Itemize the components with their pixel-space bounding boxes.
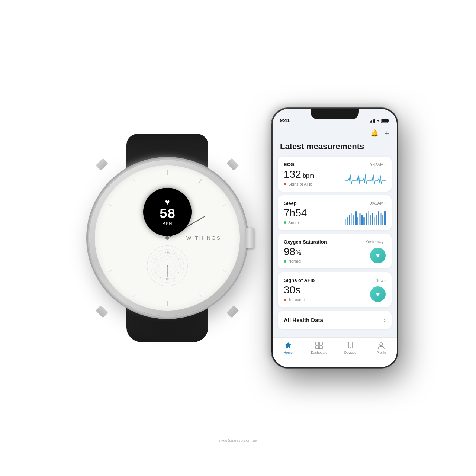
ecg-card[interactable]: ECG 9:42AM › 132 bpm (278, 157, 392, 192)
afib-card-header: Signs of AFib Now › (284, 277, 386, 283)
ecg-chart (345, 170, 386, 186)
oxygen-card[interactable]: Oxygen Saturation Yesterday › 98% (278, 234, 392, 269)
svg-line-29 (155, 258, 156, 259)
afib-circle: ♥ (370, 286, 386, 302)
nav-dashboard[interactable]: Dashboard (308, 341, 330, 354)
svg-line-20 (174, 253, 174, 255)
sleep-bar-18 (382, 215, 384, 225)
nav-devices[interactable]: Devices (339, 341, 361, 354)
svg-point-32 (167, 265, 168, 267)
nav-dashboard-label: Dashboard (311, 351, 327, 354)
sleep-value: 7h54 (284, 208, 345, 219)
signal-bar-1 (370, 121, 371, 123)
svg-line-7 (134, 294, 135, 297)
watch-dial: ♥ 58 BPM WITHINGS (95, 165, 240, 311)
svg-rect-37 (388, 120, 389, 122)
sleep-card-body: 7h54 Score (284, 208, 386, 225)
afib-status: 1st event (284, 298, 370, 302)
nav-profile-label: Profile (376, 351, 386, 354)
sleep-bar-8 (361, 215, 363, 225)
sleep-bar-4 (353, 215, 354, 225)
plus-icon[interactable]: + (385, 128, 389, 138)
svg-line-27 (155, 272, 156, 273)
oxygen-status: Normal (284, 259, 370, 263)
svg-line-30 (160, 253, 161, 255)
sleep-chart (345, 208, 386, 225)
svg-line-5 (200, 294, 202, 297)
sleep-bar-9 (363, 217, 365, 225)
svg-line-11 (134, 179, 135, 183)
oxygen-card-time: Yesterday › (366, 239, 386, 244)
nav-profile[interactable]: Profile (370, 341, 392, 354)
ecg-status: Signs of AFib (284, 182, 345, 186)
oxygen-card-left: 98% Normal (284, 246, 370, 264)
sleep-bar-10 (366, 213, 367, 225)
oxygen-circle: ♥ (370, 248, 386, 263)
sub-dial-inner: 100 50 (151, 249, 184, 283)
sleep-bar-0 (345, 219, 346, 225)
svg-line-8 (109, 270, 112, 272)
devices-icon (346, 341, 354, 350)
ecg-chevron: › (384, 163, 386, 167)
sleep-bar-13 (372, 213, 373, 225)
sleep-bar-14 (374, 217, 375, 225)
afib-card-left: 30s 1st event (284, 284, 370, 302)
oxygen-dot (284, 260, 286, 263)
status-time: 9:41 (280, 118, 290, 123)
phone-screen: 9:41 ▾ (273, 109, 397, 367)
bell-icon[interactable]: 🔔 (370, 129, 379, 137)
ecg-dot (284, 183, 286, 185)
phone-outer: 9:41 ▾ (271, 108, 398, 368)
watch-case: ♥ 58 BPM WITHINGS (89, 160, 245, 316)
oxygen-card-title: Oxygen Saturation (284, 239, 327, 245)
svg-rect-38 (316, 342, 319, 345)
sleep-bar-16 (378, 211, 380, 225)
oxygen-icon-container: ♥ (370, 248, 386, 263)
svg-text:100: 100 (165, 252, 170, 254)
afib-dot (284, 299, 286, 301)
bpm-label: BPM (163, 221, 172, 227)
signal-bar-3 (373, 119, 374, 123)
svg-line-24 (174, 277, 174, 279)
oled-display: ♥ 58 BPM (143, 188, 192, 236)
svg-line-10 (109, 204, 112, 206)
svg-rect-40 (316, 346, 319, 349)
wifi-icon: ▾ (377, 118, 379, 123)
profile-icon (377, 341, 385, 350)
nav-home[interactable]: Home (277, 341, 299, 354)
afib-chevron: › (384, 278, 386, 283)
sleep-bar-15 (376, 215, 377, 225)
afib-card-title: Signs of AFib (284, 277, 315, 283)
sleep-chart-container (345, 208, 386, 225)
afib-card-body: 30s 1st event ♥ (284, 284, 386, 302)
svg-point-44 (380, 343, 383, 346)
svg-line-1 (199, 179, 202, 184)
nav-devices-label: Devices (344, 351, 356, 354)
svg-rect-39 (319, 342, 322, 345)
signal-bars (370, 119, 375, 123)
main-scene: ♥ 58 BPM WITHINGS (33, 108, 443, 368)
cards-container: ECG 9:42AM › 132 bpm (273, 157, 397, 307)
sleep-card-header: Sleep 9:42AM › (284, 200, 386, 206)
ecg-card-header: ECG 9:42AM › (284, 162, 386, 167)
battery-icon (381, 119, 389, 123)
signal-bar-4 (374, 119, 375, 123)
phone-notch (311, 109, 359, 119)
oxygen-chevron: › (384, 239, 386, 244)
svg-line-23 (178, 272, 180, 273)
afib-card[interactable]: Signs of AFib Now › 30s (278, 272, 392, 307)
sleep-card[interactable]: Sleep 9:42AM › 7h54 (278, 195, 392, 230)
nav-home-label: Home (284, 351, 293, 354)
signal-bar-2 (371, 120, 372, 123)
svg-line-26 (160, 277, 161, 279)
sleep-bar-2 (349, 215, 350, 225)
sleep-bar-6 (357, 217, 359, 225)
afib-icon-container: ♥ (370, 286, 386, 302)
status-icons: ▾ (370, 118, 389, 123)
svg-rect-41 (319, 346, 322, 349)
sleep-card-time: 9:42AM › (369, 201, 386, 205)
svg-point-14 (165, 236, 169, 240)
app-content: 🔔 + Latest measurements ECG 9:42AM (273, 125, 397, 367)
ecg-card-body: 132 bpm Signs of AFib (284, 169, 386, 186)
all-health-data[interactable]: All Health Data › (278, 311, 392, 329)
